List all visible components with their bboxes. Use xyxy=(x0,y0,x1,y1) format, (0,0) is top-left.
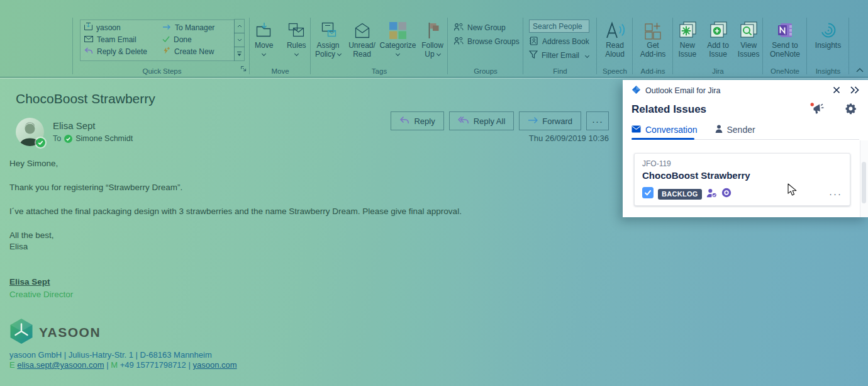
address-book-button[interactable]: Address Book xyxy=(529,35,597,48)
quick-steps-gallery: yasoon Team Email Reply & Delete To Mana… xyxy=(80,20,235,61)
signature-contacts: E elisa.sept@yasoon.com | M +49 15771798… xyxy=(9,360,237,370)
collapse-ribbon-button[interactable] xyxy=(854,65,865,74)
ribbon-group-move: Move Rules Move xyxy=(250,16,311,77)
addin-title: Outlook Email for Jira xyxy=(645,86,833,95)
reply-button[interactable]: Reply xyxy=(391,111,443,130)
assignee-icon[interactable] xyxy=(706,188,717,200)
ribbon-group-groups: New Group Browse Groups Groups xyxy=(448,16,523,77)
reply-all-button[interactable]: Reply All xyxy=(449,111,515,130)
quick-step-create-new[interactable]: Create New xyxy=(161,45,234,57)
reply-icon xyxy=(399,116,409,126)
to-label: To xyxy=(53,134,61,143)
tab-conversation[interactable]: Conversation xyxy=(632,125,698,135)
browse-groups-button[interactable]: Browse Groups xyxy=(453,35,523,48)
rules-label: Rules xyxy=(287,42,306,50)
megaphone-icon[interactable] xyxy=(810,103,825,117)
add-to-issue-label2: Issue xyxy=(709,50,727,59)
send-to-onenote-label: Send to xyxy=(772,42,798,50)
reply-label: Reply xyxy=(414,116,435,126)
quick-steps-dialog-launcher-icon[interactable] xyxy=(240,63,247,74)
company-logo: YASOON xyxy=(9,318,101,347)
dropdown-caret-icon xyxy=(396,51,400,55)
signature-title: Creative Director xyxy=(9,290,73,299)
quick-step-reply-delete[interactable]: Reply & Delete xyxy=(83,45,161,57)
get-addins-label: Get xyxy=(647,42,659,50)
tab-sender[interactable]: Sender xyxy=(715,125,755,135)
search-people-input[interactable] xyxy=(529,20,589,33)
quick-step-label: Reply & Delete xyxy=(97,47,147,56)
sender-avatar[interactable] xyxy=(16,118,44,146)
flag-icon xyxy=(425,19,440,42)
add-to-issue-icon xyxy=(709,19,728,42)
arrow-right-icon xyxy=(162,23,171,32)
related-issue-card[interactable]: JFO-119 ChocoBoost Strawberry BACKLOG ··… xyxy=(634,153,850,206)
signature-name: Elisa Sept xyxy=(9,277,73,287)
quick-step-to-manager[interactable]: To Manager xyxy=(161,21,234,33)
double-chevron-right-icon[interactable] xyxy=(850,85,859,96)
quick-steps-scroll-down-button[interactable] xyxy=(234,33,245,47)
tab-conversation-label: Conversation xyxy=(645,125,698,135)
reply-all-icon xyxy=(458,116,469,126)
read-aloud-icon xyxy=(604,19,626,42)
ribbon-group-tags: Assign Policy Unread/ Read Categorize Fo… xyxy=(311,16,448,77)
forward-button[interactable]: Forward xyxy=(519,111,581,130)
new-group-label: New Group xyxy=(467,23,506,32)
quick-steps-column-2: To Manager Done Create New xyxy=(161,21,234,57)
follow-up-label2: Up xyxy=(425,50,434,59)
ribbon-group-speech: Read Aloud Speech xyxy=(597,16,633,77)
close-icon[interactable] xyxy=(833,85,840,96)
envelope-icon xyxy=(632,125,641,135)
group-label-tags: Tags xyxy=(311,67,448,75)
mobile-prefix: M xyxy=(111,360,118,370)
reply-all-label: Reply All xyxy=(474,116,506,126)
issue-title[interactable]: ChocoBoost Strawberry xyxy=(642,170,842,181)
panel-scrollbar[interactable] xyxy=(860,140,868,217)
quick-step-done[interactable]: Done xyxy=(161,33,234,45)
filter-email-button[interactable]: Filter Email xyxy=(529,48,597,62)
read-aloud-label: Read xyxy=(606,42,624,50)
dropdown-caret-icon xyxy=(437,51,441,55)
quick-step-yasoon[interactable]: yasoon xyxy=(83,21,161,33)
watchers-eye-icon[interactable] xyxy=(721,188,732,200)
quick-step-team-email[interactable]: Team Email xyxy=(83,33,161,45)
issue-meta-row: BACKLOG ··· xyxy=(642,187,842,201)
email-link[interactable]: elisa.sept@yasoon.com xyxy=(17,360,104,370)
view-issues-label: View xyxy=(740,42,757,50)
quick-steps-more-button[interactable] xyxy=(234,47,245,61)
gear-icon[interactable] xyxy=(845,103,857,117)
move-folder-icon xyxy=(255,19,273,42)
rules-icon xyxy=(287,19,305,42)
insights-label: Insights xyxy=(815,42,841,50)
read-aloud-label2: Aloud xyxy=(605,50,625,59)
quick-step-label: Create New xyxy=(174,47,214,56)
status-badge[interactable]: BACKLOG xyxy=(658,189,702,200)
recipient-row: To Simone Schmidt xyxy=(53,134,133,143)
new-group-button[interactable]: New Group xyxy=(453,21,523,35)
addins-grid-icon xyxy=(643,19,662,42)
quick-steps-scrollbar xyxy=(234,20,245,61)
ribbon-group-addins: Get Add-ins Add-ins xyxy=(633,16,673,77)
signature-block: Elisa Sept Creative Director xyxy=(9,277,73,299)
group-label-insights: Insights xyxy=(807,67,849,75)
issue-key: JFO-119 xyxy=(642,159,842,168)
email-subject: ChocoBoost Strawberry xyxy=(16,91,155,106)
company-logo-text: YASOON xyxy=(39,325,101,340)
tab-sender-label: Sender xyxy=(727,125,755,135)
people-icon xyxy=(453,37,464,47)
panel-title: Related Issues xyxy=(632,103,810,116)
separator: | xyxy=(188,360,190,370)
recipient-name[interactable]: Simone Schmidt xyxy=(75,134,133,143)
active-tab-underline xyxy=(632,138,694,140)
website-link[interactable]: yasoon.com xyxy=(192,360,236,370)
quick-step-label: Team Email xyxy=(97,35,136,44)
ribbon-group-find: Address Book Filter Email Find xyxy=(523,16,597,77)
sender-name[interactable]: Elisa Sept xyxy=(53,120,96,131)
assign-policy-label: Assign xyxy=(316,41,339,50)
issue-menu-button[interactable]: ··· xyxy=(829,191,842,197)
jira-logo-icon xyxy=(632,85,641,97)
more-actions-button[interactable]: ··· xyxy=(586,111,609,130)
yasoon-hexagon-logo-icon xyxy=(9,318,33,347)
separator: | xyxy=(106,360,108,370)
scrollbar-thumb[interactable] xyxy=(862,162,866,203)
quick-steps-scroll-up-button[interactable] xyxy=(234,19,245,33)
